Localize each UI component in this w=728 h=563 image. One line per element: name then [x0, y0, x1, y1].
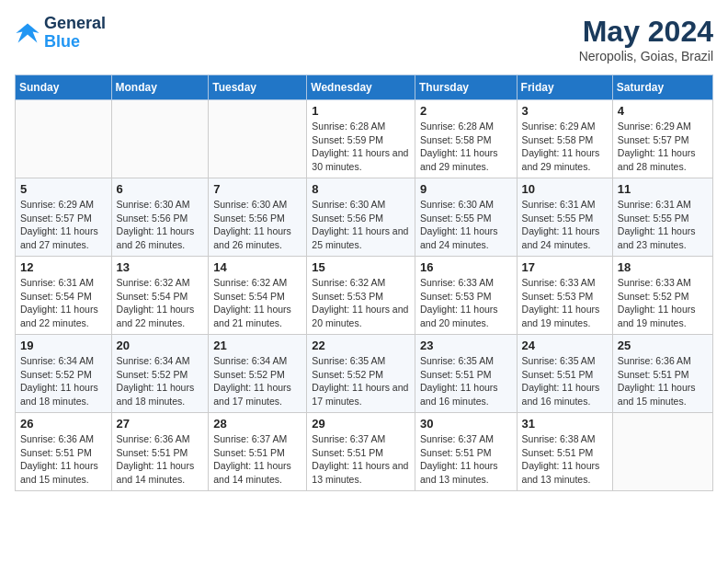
day-number: 14: [213, 260, 301, 274]
calendar-cell: 23Sunrise: 6:35 AM Sunset: 5:51 PM Dayli…: [415, 335, 517, 413]
day-info: Sunrise: 6:32 AM Sunset: 5:53 PM Dayligh…: [312, 276, 410, 330]
weekday-header: Monday: [111, 75, 209, 100]
calendar-cell: 18Sunrise: 6:33 AM Sunset: 5:52 PM Dayli…: [612, 257, 712, 335]
calendar-cell: [111, 100, 209, 178]
weekday-header: Thursday: [415, 75, 517, 100]
day-info: Sunrise: 6:29 AM Sunset: 5:57 PM Dayligh…: [618, 120, 708, 174]
calendar-cell: 15Sunrise: 6:32 AM Sunset: 5:53 PM Dayli…: [307, 257, 415, 335]
calendar-week-row: 26Sunrise: 6:36 AM Sunset: 5:51 PM Dayli…: [16, 413, 713, 491]
day-number: 10: [522, 182, 608, 196]
day-number: 4: [618, 104, 708, 118]
calendar-cell: 29Sunrise: 6:37 AM Sunset: 5:51 PM Dayli…: [307, 413, 415, 491]
day-info: Sunrise: 6:30 AM Sunset: 5:56 PM Dayligh…: [213, 198, 301, 252]
calendar-cell: 3Sunrise: 6:29 AM Sunset: 5:58 PM Daylig…: [517, 100, 612, 178]
day-info: Sunrise: 6:35 AM Sunset: 5:51 PM Dayligh…: [420, 354, 512, 408]
day-number: 28: [213, 417, 301, 431]
day-number: 31: [522, 417, 608, 431]
day-number: 19: [20, 339, 107, 352]
day-number: 12: [20, 260, 107, 274]
day-number: 3: [522, 104, 608, 118]
calendar-table: SundayMondayTuesdayWednesdayThursdayFrid…: [15, 75, 713, 491]
day-number: 8: [312, 182, 410, 196]
day-info: Sunrise: 6:33 AM Sunset: 5:52 PM Dayligh…: [618, 276, 708, 330]
day-info: Sunrise: 6:38 AM Sunset: 5:51 PM Dayligh…: [522, 432, 608, 487]
weekday-header: Wednesday: [307, 75, 415, 100]
day-number: 27: [117, 417, 204, 431]
calendar-cell: 2Sunrise: 6:28 AM Sunset: 5:58 PM Daylig…: [415, 100, 517, 178]
calendar-week-row: 5Sunrise: 6:29 AM Sunset: 5:57 PM Daylig…: [16, 178, 713, 257]
calendar-cell: 1Sunrise: 6:28 AM Sunset: 5:59 PM Daylig…: [307, 100, 415, 178]
day-number: 30: [420, 417, 512, 431]
location-subtitle: Neropolis, Goias, Brazil: [579, 49, 713, 63]
calendar-cell: [612, 413, 712, 491]
calendar-cell: 11Sunrise: 6:31 AM Sunset: 5:55 PM Dayli…: [612, 178, 712, 257]
day-number: 6: [117, 182, 204, 196]
day-info: Sunrise: 6:30 AM Sunset: 5:55 PM Dayligh…: [420, 198, 512, 252]
day-info: Sunrise: 6:35 AM Sunset: 5:52 PM Dayligh…: [312, 354, 410, 408]
day-number: 18: [618, 260, 708, 274]
calendar-cell: 5Sunrise: 6:29 AM Sunset: 5:57 PM Daylig…: [16, 178, 112, 257]
title-block: May 2024 Neropolis, Goias, Brazil: [579, 15, 713, 63]
day-number: 13: [117, 260, 204, 274]
calendar-cell: 12Sunrise: 6:31 AM Sunset: 5:54 PM Dayli…: [16, 257, 112, 335]
calendar-cell: 10Sunrise: 6:31 AM Sunset: 5:55 PM Dayli…: [517, 178, 612, 257]
day-info: Sunrise: 6:29 AM Sunset: 5:58 PM Dayligh…: [522, 120, 608, 174]
calendar-cell: 7Sunrise: 6:30 AM Sunset: 5:56 PM Daylig…: [209, 178, 307, 257]
day-number: 22: [312, 339, 410, 352]
day-info: Sunrise: 6:37 AM Sunset: 5:51 PM Dayligh…: [420, 432, 512, 487]
day-number: 20: [117, 339, 204, 352]
day-number: 24: [522, 339, 608, 352]
day-info: Sunrise: 6:36 AM Sunset: 5:51 PM Dayligh…: [618, 354, 708, 408]
day-info: Sunrise: 6:35 AM Sunset: 5:51 PM Dayligh…: [522, 354, 608, 408]
day-info: Sunrise: 6:32 AM Sunset: 5:54 PM Dayligh…: [213, 276, 301, 330]
day-number: 21: [213, 339, 301, 352]
day-number: 26: [20, 417, 107, 431]
weekday-header: Friday: [517, 75, 612, 100]
logo: General Blue: [15, 15, 106, 52]
day-info: Sunrise: 6:33 AM Sunset: 5:53 PM Dayligh…: [522, 276, 608, 330]
calendar-cell: 27Sunrise: 6:36 AM Sunset: 5:51 PM Dayli…: [111, 413, 209, 491]
calendar-cell: 6Sunrise: 6:30 AM Sunset: 5:56 PM Daylig…: [111, 178, 209, 257]
svg-marker-0: [16, 23, 39, 42]
calendar-cell: 30Sunrise: 6:37 AM Sunset: 5:51 PM Dayli…: [415, 413, 517, 491]
day-info: Sunrise: 6:32 AM Sunset: 5:54 PM Dayligh…: [117, 276, 204, 330]
calendar-cell: 31Sunrise: 6:38 AM Sunset: 5:51 PM Dayli…: [517, 413, 612, 491]
calendar-cell: 20Sunrise: 6:34 AM Sunset: 5:52 PM Dayli…: [111, 335, 209, 413]
day-info: Sunrise: 6:31 AM Sunset: 5:55 PM Dayligh…: [522, 198, 608, 252]
day-info: Sunrise: 6:34 AM Sunset: 5:52 PM Dayligh…: [213, 354, 301, 408]
day-info: Sunrise: 6:31 AM Sunset: 5:55 PM Dayligh…: [618, 198, 708, 252]
day-number: 2: [420, 104, 512, 118]
day-number: 7: [213, 182, 301, 196]
day-number: 25: [618, 339, 708, 352]
calendar-week-row: 1Sunrise: 6:28 AM Sunset: 5:59 PM Daylig…: [16, 100, 713, 178]
day-number: 16: [420, 260, 512, 274]
calendar-week-row: 12Sunrise: 6:31 AM Sunset: 5:54 PM Dayli…: [16, 257, 713, 335]
day-number: 17: [522, 260, 608, 274]
page-header: General Blue May 2024 Neropolis, Goias, …: [15, 15, 713, 63]
month-title: May 2024: [579, 15, 713, 49]
day-number: 1: [312, 104, 410, 118]
day-info: Sunrise: 6:34 AM Sunset: 5:52 PM Dayligh…: [117, 354, 204, 408]
day-info: Sunrise: 6:33 AM Sunset: 5:53 PM Dayligh…: [420, 276, 512, 330]
calendar-cell: 4Sunrise: 6:29 AM Sunset: 5:57 PM Daylig…: [612, 100, 712, 178]
day-number: 11: [618, 182, 708, 196]
calendar-cell: 14Sunrise: 6:32 AM Sunset: 5:54 PM Dayli…: [209, 257, 307, 335]
calendar-cell: 21Sunrise: 6:34 AM Sunset: 5:52 PM Dayli…: [209, 335, 307, 413]
calendar-header-row: SundayMondayTuesdayWednesdayThursdayFrid…: [16, 75, 713, 100]
day-info: Sunrise: 6:30 AM Sunset: 5:56 PM Dayligh…: [312, 198, 410, 252]
day-info: Sunrise: 6:29 AM Sunset: 5:57 PM Dayligh…: [20, 198, 107, 252]
calendar-week-row: 19Sunrise: 6:34 AM Sunset: 5:52 PM Dayli…: [16, 335, 713, 413]
day-info: Sunrise: 6:30 AM Sunset: 5:56 PM Dayligh…: [117, 198, 204, 252]
calendar-cell: 17Sunrise: 6:33 AM Sunset: 5:53 PM Dayli…: [517, 257, 612, 335]
calendar-cell: 13Sunrise: 6:32 AM Sunset: 5:54 PM Dayli…: [111, 257, 209, 335]
logo-text: General Blue: [44, 15, 106, 52]
calendar-cell: 9Sunrise: 6:30 AM Sunset: 5:55 PM Daylig…: [415, 178, 517, 257]
day-info: Sunrise: 6:36 AM Sunset: 5:51 PM Dayligh…: [117, 432, 204, 487]
calendar-cell: 24Sunrise: 6:35 AM Sunset: 5:51 PM Dayli…: [517, 335, 612, 413]
weekday-header: Saturday: [612, 75, 712, 100]
calendar-cell: 22Sunrise: 6:35 AM Sunset: 5:52 PM Dayli…: [307, 335, 415, 413]
day-info: Sunrise: 6:34 AM Sunset: 5:52 PM Dayligh…: [20, 354, 107, 408]
calendar-cell: 26Sunrise: 6:36 AM Sunset: 5:51 PM Dayli…: [16, 413, 112, 491]
day-number: 15: [312, 260, 410, 274]
day-info: Sunrise: 6:28 AM Sunset: 5:59 PM Dayligh…: [312, 120, 410, 174]
